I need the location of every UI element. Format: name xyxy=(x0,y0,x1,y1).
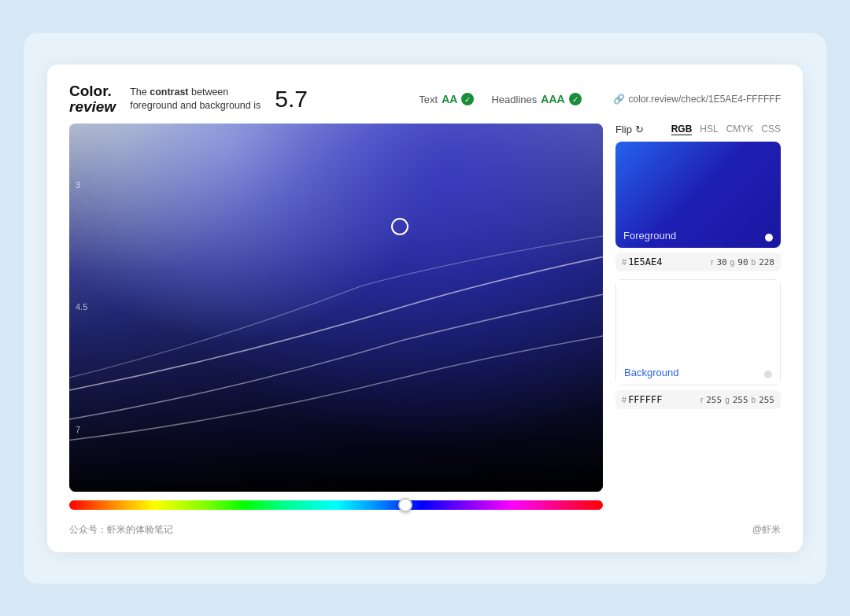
g-label: g xyxy=(730,258,735,267)
tab-hsl[interactable]: HSL xyxy=(700,124,718,135)
link-icon: 🔗 xyxy=(613,94,625,105)
y-labels: 3 4.5 7 xyxy=(76,124,87,491)
headlines-check-icon: ✓ xyxy=(569,93,582,105)
canvas-section: 3 4.5 7 xyxy=(69,124,603,511)
contrast-info: The contrast betweenforeground and backg… xyxy=(130,86,261,113)
logo-line1: Color. xyxy=(69,83,116,100)
background-hex-input[interactable] xyxy=(628,394,674,405)
text-check-icon: ✓ xyxy=(461,93,474,105)
body-row: 3 4.5 7 Flip xyxy=(69,124,781,511)
foreground-b: 228 xyxy=(759,257,774,267)
hue-slider-track[interactable] xyxy=(69,500,603,510)
outer-card: Color. review The contrast betweenforegr… xyxy=(24,33,826,584)
logo-line2: review xyxy=(69,99,116,116)
background-rgb: r 255 g 255 b 255 xyxy=(700,395,774,405)
foreground-swatch[interactable]: Foreground xyxy=(615,142,781,248)
r-label: r xyxy=(711,258,713,267)
b-label: b xyxy=(752,258,756,267)
foreground-hash: # xyxy=(622,257,626,267)
y-label-3: 3 xyxy=(76,181,87,190)
footer-left: 公众号：虾米的体验笔记 xyxy=(69,523,173,537)
color-mode-tabs: RGB HSL CMYK CSS xyxy=(671,124,781,135)
y-label-7: 7 xyxy=(76,426,87,434)
tab-rgb[interactable]: RGB xyxy=(671,124,693,135)
foreground-r: 30 xyxy=(717,257,727,267)
background-swatch[interactable]: Background xyxy=(615,279,781,385)
panel-top-bar: Flip ↻ RGB HSL CMYK CSS xyxy=(615,124,781,135)
background-hex-row: # r 255 g 255 b 255 xyxy=(615,390,781,409)
share-link[interactable]: 🔗 color.review/check/1E5AE4-FFFFFF xyxy=(613,94,781,105)
background-g: 255 xyxy=(733,395,748,405)
flip-icon: ↻ xyxy=(635,124,644,135)
canvas-gradient xyxy=(69,124,603,491)
header: Color. review The contrast betweenforegr… xyxy=(69,83,781,116)
tab-css[interactable]: CSS xyxy=(761,124,781,135)
logo: Color. review xyxy=(69,83,116,116)
headlines-badge: Headlines AAA ✓ xyxy=(491,93,581,105)
text-badge: Text AA ✓ xyxy=(419,93,474,105)
tab-cmyk[interactable]: CMYK xyxy=(726,124,754,135)
bb-label: b xyxy=(752,396,756,404)
br-label: r xyxy=(700,396,703,404)
hue-slider-container xyxy=(69,498,603,512)
footer: 公众号：虾米的体验笔记 @虾米 xyxy=(69,523,781,537)
background-label: Background xyxy=(624,367,678,378)
foreground-rect: Foreground xyxy=(615,142,781,248)
y-label-45: 4.5 xyxy=(76,303,87,312)
foreground-hex-row: # r 30 g 90 b 228 xyxy=(615,253,781,271)
hue-slider-thumb[interactable] xyxy=(398,498,412,512)
background-r: 255 xyxy=(706,395,722,405)
foreground-hex-input[interactable] xyxy=(628,256,674,267)
main-card: Color. review The contrast betweenforegr… xyxy=(47,65,803,552)
contrast-prefix: The xyxy=(130,87,147,98)
background-rect: Background xyxy=(615,279,781,385)
foreground-dot xyxy=(765,234,773,242)
flip-label: Flip xyxy=(615,124,632,135)
headlines-label: Headlines xyxy=(491,94,537,105)
headlines-value: AAA xyxy=(541,93,564,105)
background-b: 255 xyxy=(759,395,774,405)
background-hash: # xyxy=(622,395,626,404)
bg-label: g xyxy=(725,396,730,404)
link-url: color.review/check/1E5AE4-FFFFFF xyxy=(629,94,781,105)
text-value: AA xyxy=(442,93,457,105)
foreground-rgb: r 30 g 90 b 228 xyxy=(711,257,774,267)
right-panel: Flip ↻ RGB HSL CMYK CSS Foreground xyxy=(615,124,781,511)
background-dot xyxy=(764,371,772,378)
contrast-value: 5.7 xyxy=(275,87,308,111)
flip-button[interactable]: Flip ↻ xyxy=(615,124,644,135)
foreground-label: Foreground xyxy=(623,230,676,242)
badges: Text AA ✓ Headlines AAA ✓ 🔗 color.review… xyxy=(419,93,781,105)
color-canvas[interactable]: 3 4.5 7 xyxy=(69,124,603,491)
footer-right: @虾米 xyxy=(752,523,781,537)
text-label: Text xyxy=(419,94,438,105)
foreground-g: 90 xyxy=(737,257,748,267)
contrast-bold: contrast xyxy=(150,87,188,98)
